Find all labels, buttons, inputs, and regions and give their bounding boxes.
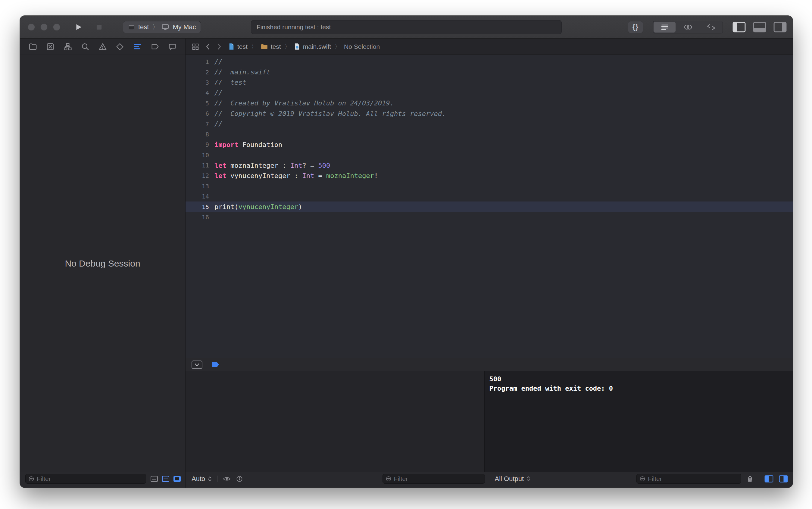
code-line[interactable]: 3// test: [185, 77, 793, 88]
variables-view[interactable]: [185, 371, 485, 472]
filter-icon: [640, 476, 645, 482]
console-output-popup[interactable]: All Output: [495, 475, 531, 483]
variables-filter-field[interactable]: Filter: [382, 474, 485, 484]
code-line[interactable]: 6// Copyright © 2019 Vratislav Holub. Al…: [185, 108, 793, 119]
code-line[interactable]: 16: [185, 212, 793, 222]
console[interactable]: 500Program ended with exit code: 0: [485, 371, 793, 472]
line-number[interactable]: 5: [185, 100, 209, 107]
line-number[interactable]: 10: [185, 151, 209, 159]
quick-look-button[interactable]: [223, 476, 231, 482]
thread-view-icon: [162, 476, 170, 482]
play-icon: [74, 23, 83, 32]
forward-button[interactable]: [216, 43, 222, 50]
debug-navigator-tab[interactable]: [133, 42, 142, 51]
nav-bottombar-icon-b[interactable]: [162, 476, 170, 482]
scheme-selector[interactable]: test 〉 My Mac: [123, 21, 201, 33]
print-description-button[interactable]: [236, 476, 243, 482]
code-line[interactable]: 14: [185, 191, 793, 202]
line-number[interactable]: 7: [185, 121, 209, 128]
code-braces-button[interactable]: {}: [628, 21, 643, 33]
report-navigator-tab[interactable]: [168, 42, 177, 51]
line-number[interactable]: 11: [185, 162, 209, 169]
code-line[interactable]: 5// Created by Vratislav Holub on 24/03/…: [185, 98, 793, 108]
issue-navigator-tab[interactable]: [98, 42, 107, 51]
line-number[interactable]: 3: [185, 79, 209, 86]
eye-icon: [223, 476, 231, 482]
stop-button[interactable]: [95, 23, 103, 31]
nav-bottombar-icon-a[interactable]: [150, 476, 158, 482]
code-line[interactable]: 12let vynucenyInteger : Int = moznaInteg…: [185, 170, 793, 181]
run-button[interactable]: [74, 23, 83, 32]
standard-editor-button[interactable]: [653, 22, 676, 33]
clear-console-button[interactable]: [747, 475, 753, 482]
debug-area: 500Program ended with exit code: 0: [185, 371, 793, 472]
code-line[interactable]: 8: [185, 129, 793, 139]
breadcrumb-group[interactable]: test: [261, 43, 281, 50]
code-line[interactable]: 4//: [185, 88, 793, 98]
line-number[interactable]: 1: [185, 58, 209, 65]
back-button[interactable]: [205, 43, 211, 50]
breadcrumb-separator: 〉: [335, 43, 340, 50]
code-content: // Copyright © 2019 Vratislav Holub. All…: [214, 110, 446, 117]
line-number[interactable]: 8: [185, 131, 209, 138]
source-editor[interactable]: 1//2// main.swift3// test4//5// Created …: [185, 55, 793, 358]
filter-placeholder: Filter: [37, 475, 51, 482]
line-number[interactable]: 9: [185, 141, 209, 148]
version-editor-button[interactable]: [699, 21, 722, 33]
debug-area-disclosure-button[interactable]: [192, 361, 202, 369]
line-number[interactable]: 13: [185, 182, 209, 190]
breadcrumb-project[interactable]: test: [228, 43, 247, 50]
filter-placeholder: Filter: [648, 475, 662, 482]
source-control-navigator-tab[interactable]: [46, 42, 55, 51]
divider: [759, 476, 759, 482]
line-number[interactable]: 4: [185, 89, 209, 96]
close-window-button[interactable]: [28, 24, 35, 31]
assistant-editor-button[interactable]: [676, 21, 699, 33]
debug-area-panel-toggle[interactable]: [753, 22, 766, 33]
navigator-filter-field[interactable]: Filter: [25, 474, 146, 484]
debug-gauge-icon: [133, 42, 142, 51]
code-line[interactable]: 11let moznaInteger : Int? = 500: [185, 160, 793, 170]
warning-triangle-icon: [98, 42, 107, 51]
variables-scope-popup[interactable]: Auto: [192, 475, 212, 483]
minimize-window-button[interactable]: [40, 24, 47, 31]
code-content: //: [214, 58, 223, 66]
line-number[interactable]: 2: [185, 69, 209, 76]
project-navigator-tab[interactable]: [28, 42, 37, 51]
editor-mode-segmented-control: [653, 21, 723, 33]
line-number[interactable]: 12: [185, 172, 209, 179]
zoom-window-button[interactable]: [53, 24, 60, 31]
filter-icon: [386, 476, 391, 482]
console-filter-field[interactable]: Filter: [636, 474, 741, 484]
code-line[interactable]: 1//: [185, 57, 793, 67]
line-number[interactable]: 14: [185, 193, 209, 200]
code-content: //: [214, 89, 223, 97]
symbol-navigator-tab[interactable]: [63, 42, 72, 51]
code-line[interactable]: 9import Foundation: [185, 139, 793, 150]
navigator-panel-toggle[interactable]: [733, 22, 746, 33]
code-line[interactable]: 7//: [185, 119, 793, 129]
find-navigator-tab[interactable]: [81, 42, 90, 51]
breakpoint-navigator-tab[interactable]: [150, 42, 159, 51]
show-variables-view-toggle[interactable]: [765, 475, 773, 482]
breadcrumb-selection[interactable]: No Selection: [344, 43, 380, 50]
test-navigator-tab[interactable]: [115, 42, 124, 51]
code-line[interactable]: 15print(vynucenyInteger): [185, 202, 793, 212]
breadcrumb-file[interactable]: main.swift: [294, 43, 331, 50]
line-number[interactable]: 16: [185, 213, 209, 221]
navigator-tab-bar: [20, 39, 185, 55]
line-number[interactable]: 6: [185, 110, 209, 117]
show-console-view-toggle[interactable]: [779, 475, 788, 482]
line-number[interactable]: 15: [185, 203, 209, 210]
nav-bottombar-icon-c[interactable]: [173, 476, 181, 482]
code-line[interactable]: 10: [185, 150, 793, 160]
breakpoints-toggle-button[interactable]: [211, 362, 220, 368]
code-line[interactable]: 13: [185, 181, 793, 191]
debug-bottom-bars: Auto: [185, 472, 793, 487]
workspace-panel-toggles: [733, 22, 787, 33]
group-folder-icon: [261, 43, 268, 50]
console-output-line: Program ended with exit code: 0: [489, 384, 788, 393]
related-items-button[interactable]: [192, 43, 199, 50]
inspector-panel-toggle[interactable]: [773, 22, 787, 33]
code-line[interactable]: 2// main.swift: [185, 67, 793, 77]
